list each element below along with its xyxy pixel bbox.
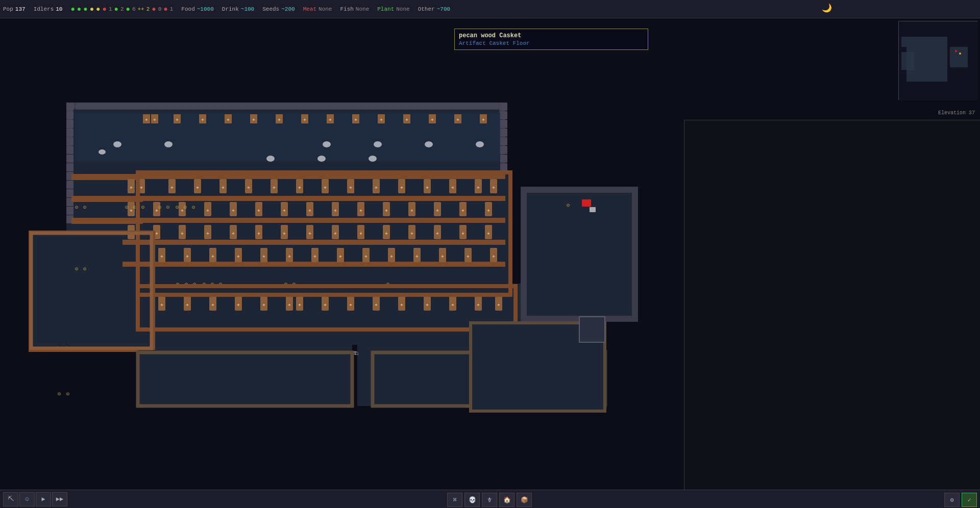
svg-point-127 [374,141,382,147]
command-icon-btn[interactable]: ⌘ [447,493,462,507]
svg-point-341 [955,50,957,52]
food-label: Food [181,6,194,12]
svg-rect-88 [500,120,507,128]
svg-point-131 [425,141,433,147]
svg-rect-26 [133,103,141,110]
svg-text:✚: ✚ [329,117,332,122]
svg-rect-63 [435,103,443,110]
drink-group: Drink ~100 [222,6,254,12]
other-value: ~700 [437,6,450,12]
svg-text:✚: ✚ [298,185,301,190]
svg-rect-20 [84,103,92,110]
svg-rect-59 [402,103,410,110]
skull-icon-btn[interactable]: 💀 [464,493,480,507]
svg-text:✚: ✚ [492,253,495,259]
svg-rect-81 [66,181,74,189]
svg-text:☺: ☺ [125,205,128,210]
svg-text:✚: ✚ [354,117,357,122]
dwarf-icon-btn[interactable]: ☺ [19,492,35,506]
svg-text:✚: ✚ [477,185,480,190]
svg-text:✚: ✚ [487,231,490,236]
pop-group: Pop 137 [3,6,26,12]
svg-text:⌂: ⌂ [355,349,358,357]
svg-text:✚: ✚ [375,302,378,307]
mood-dots: ● ● ● ● ● ● 1 ● 2 ● 6 ++ 2 ● 0 ● 1 [70,5,173,13]
svg-rect-50 [329,103,337,110]
svg-text:✚: ✚ [298,302,301,307]
svg-text:✚: ✚ [130,185,133,190]
svg-text:☺: ☺ [567,202,570,208]
svg-rect-19 [76,103,84,110]
svg-rect-38 [231,103,239,110]
bottom-right-icons: ⚙ ✓ [944,493,978,507]
fast-forward-btn[interactable]: ▶▶ [52,492,67,506]
svg-rect-138 [122,196,505,201]
svg-rect-10 [521,187,638,322]
svg-point-133 [99,149,106,155]
dot-separator: 1 [109,6,112,12]
pickaxe-icon-btn[interactable]: ⛏ [3,492,18,506]
svg-point-132 [476,141,484,147]
svg-rect-319 [590,207,596,212]
svg-text:✚: ✚ [426,302,429,307]
svg-text:✚: ✚ [232,208,235,213]
arrows-icon-btn[interactable]: ▶ [36,492,51,506]
svg-text:✚: ✚ [451,185,454,190]
svg-text:✚: ✚ [288,302,291,307]
svg-text:✚: ✚ [237,302,240,307]
house-icon-btn[interactable]: 🏠 [499,493,514,507]
svg-text:☺: ☺ [141,205,144,210]
svg-text:✚: ✚ [426,185,429,190]
svg-rect-45 [288,103,296,110]
svg-text:✚: ✚ [186,253,189,259]
svg-rect-40 [247,103,255,110]
svg-rect-91 [500,146,507,154]
svg-text:✚: ✚ [186,302,189,307]
svg-rect-47 [304,103,312,110]
svg-rect-86 [500,103,507,111]
svg-rect-76 [66,137,74,145]
meat-value: None [318,6,332,12]
svg-text:✚: ✚ [153,117,156,122]
svg-rect-31 [174,103,182,110]
svg-text:✚: ✚ [262,302,265,307]
svg-rect-71 [74,113,503,161]
svg-rect-332 [579,317,605,342]
svg-rect-43 [272,103,280,110]
svg-text:✚: ✚ [324,185,327,190]
game-map[interactable]: ✚ ✚ ✚ ✚ ✚ ✚ ✚ ✚ ✚ ✚ ✚ ✚ ✚ ✚ ✚ [0,18,684,508]
bottom-right-btn-1[interactable]: ⚙ [944,493,960,507]
svg-rect-60 [410,103,419,110]
tooltip-title: pecan wood Casket [459,32,644,39]
other-label: Other [418,6,435,12]
svg-rect-87 [500,111,507,119]
sword-icon-btn[interactable]: 🗡 [482,493,497,507]
bottom-right-btn-2[interactable]: ✓ [962,493,977,507]
svg-text:✚: ✚ [196,185,199,190]
moon-icon: 🌙 [822,3,832,13]
svg-text:✚: ✚ [201,117,204,122]
svg-rect-78 [66,155,74,163]
svg-text:✚: ✚ [283,208,286,213]
svg-rect-35 [206,103,214,110]
fish-value: None [356,6,369,12]
svg-rect-42 [263,103,272,110]
box-icon-btn[interactable]: 📦 [517,493,532,507]
svg-text:✚: ✚ [313,253,316,259]
svg-rect-318 [582,199,591,207]
svg-rect-44 [280,103,288,110]
dot-1: ● [70,5,75,13]
dot-count-2: 2 [120,6,124,12]
svg-rect-340 [950,47,968,67]
idlers-group: Idlers 10 [34,6,63,12]
svg-rect-27 [141,103,149,110]
svg-point-130 [369,156,377,162]
svg-text:☺: ☺ [58,391,61,397]
svg-rect-56 [378,103,386,110]
svg-rect-57 [386,103,394,110]
svg-point-129 [317,156,326,162]
svg-text:☺: ☺ [75,266,78,272]
svg-text:✚: ✚ [492,185,495,190]
svg-rect-29 [157,103,165,110]
svg-rect-70 [492,103,500,110]
